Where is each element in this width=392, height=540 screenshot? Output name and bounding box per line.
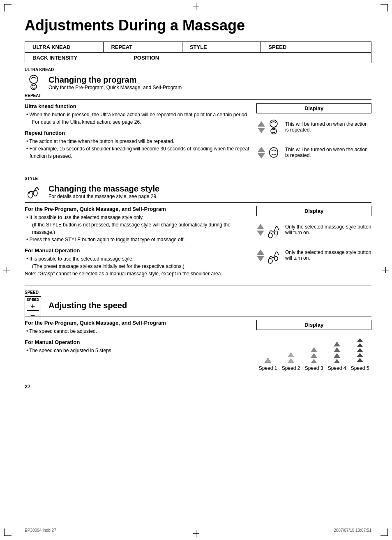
crosshair-bottom [193,530,199,537]
svg-point-8 [274,231,278,235]
svg-point-9 [268,258,272,263]
crosshair-top [193,3,199,10]
speed-plus-icon: + [31,302,35,310]
style-manual: For Manual Operation It is possible to u… [25,247,252,277]
section-label-speed: SPEED [25,290,371,295]
style-icon [25,182,43,201]
section-header-speed: SPEED + − Adjusting the speed [25,296,371,314]
footer-right: 2007/07/19 13:07:51 [334,528,371,533]
speed-label-1: Speed 1 [259,365,277,371]
uk-bullet-1: When the button is pressed, the Ultra kn… [25,111,252,118]
speed-arrows-4 [331,340,343,363]
section-title-program: Changing the program [48,75,182,85]
nav-tab-back-intensity[interactable]: BACK INTENSITY [25,53,126,63]
divider-style [25,202,371,203]
style-content: For the Pre-Program, Quick Massage, and … [25,206,371,282]
nav-tab-style[interactable]: STYLE [182,42,261,52]
page: Adjustments During a Massage ULTRA KNEAD… [0,0,392,540]
speed-pre-program: For the Pre-Program, Quick Massage, and … [25,320,252,335]
triangle-down-uk [258,128,265,133]
style-manual-b1: It is possible to use the selected massa… [25,255,252,263]
speed-label-4: Speed 4 [328,365,346,371]
program-content: Ultra knead function When the button is … [25,103,371,168]
speed-manual-title: For Manual Operation [25,339,252,345]
ultra-knead-func: Ultra knead function When the button is … [25,103,252,126]
section-title-style: Changing the massage style [48,184,159,194]
speed-icon-label: SPEED [27,298,39,302]
divider-speed [25,316,371,316]
rep-bullet-2: For example, 15 seconds of shoulder knea… [25,145,252,160]
style-manual-i1: (The preset massage styles are initially… [25,263,252,270]
svg-marker-22 [357,338,363,342]
speed-label-2: Speed 2 [282,365,300,371]
nav-tab-position[interactable]: POSITION [126,53,227,63]
svg-marker-25 [357,353,363,357]
style-manual-title: For Manual Operation [25,247,252,254]
speed-arrows-3 [308,342,320,363]
nav-tab-repeat[interactable]: REPEAT [104,42,182,52]
speed-manual-b1: The speed can be adjusted in 5 steps. [25,347,252,354]
svg-marker-19 [334,347,340,352]
speed-minus-icon: − [31,312,35,319]
svg-marker-11 [265,358,271,363]
svg-marker-14 [288,358,294,363]
svg-point-5 [28,192,33,198]
section-label-ultra-knead: ULTRA KNEAD [25,67,371,72]
display-label-program: Display [256,103,371,113]
section-header-style: Changing the massage style For details a… [25,182,371,201]
style-manual-note: Note: "Grasp" cannot be selected as a ma… [25,270,252,277]
triangle-up-rep [258,147,265,152]
nav-tab-empty [227,53,371,63]
program-left-col: Ultra knead function When the button is … [25,103,252,168]
style-pre-b1: It is possible to use the selected massa… [25,214,252,221]
svg-point-1 [31,84,37,90]
svg-point-7 [268,233,272,238]
section-speed: SPEED SPEED + − Adjusting the speed For … [25,286,371,379]
speed-col-5: Speed 5 [351,337,369,371]
speed-manual: For Manual Operation The speed can be ad… [25,339,252,354]
speed-icon: SPEED + − [25,296,43,314]
tri-up-style-man [257,249,264,255]
section-header-program: Changing the program Only for the Pre-Pr… [25,74,371,92]
style-manual-icon [266,246,281,264]
footer-left: EP30004.indb 27 [25,528,56,533]
svg-marker-18 [334,342,340,346]
speed-col-3: Speed 3 [305,342,323,371]
repeat-icon-display [267,144,280,161]
display-icon-ultra-knead [256,117,281,137]
section-changing-program: ULTRA KNEAD Changing the program Only fo… [25,63,371,172]
section-label-repeat: REPEAT [25,93,371,98]
speed-label-5: Speed 5 [351,365,369,371]
nav-tabs-row2: BACK INTENSITY POSITION [25,53,371,63]
speed-col-1: Speed 1 [259,342,277,371]
speed-arrows-2 [285,342,297,363]
style-right-col: Display [256,206,371,282]
section-label-style: STYLE [25,176,371,181]
section-header-text-program: Changing the program Only for the Pre-Pr… [48,75,182,90]
repeat-func-title: Repeat function [25,130,252,136]
corner-mark-tl [4,4,12,12]
section-subtitle-program: Only for the Pre-Program, Quick Massage,… [48,85,182,90]
crosshair-left [3,267,10,273]
display-icon-style-pre [256,219,281,240]
speed-pre-b1: The speed cannot be adjusted. [25,328,252,335]
display-label-speed: Display [256,320,371,330]
svg-marker-17 [311,359,317,363]
corner-mark-br [380,528,388,536]
display-item-style-manual: Only the selected massage style button w… [256,245,371,265]
nav-tab-ultra-knead[interactable]: ULTRA KNEAD [25,42,104,52]
svg-marker-26 [357,358,363,362]
ultra-knead-icon [25,74,43,92]
speed-col-2: Speed 2 [282,342,300,371]
speed-col-4: Speed 4 [328,340,346,371]
svg-marker-16 [311,353,317,358]
display-text-style-manual: Only the selected massage style button w… [285,249,371,261]
speed-left-col: For the Pre-Program, Quick Massage, and … [25,320,252,375]
display-label-style: Display [256,206,371,216]
section-subtitle-style: For details about the massage style, see… [48,194,159,199]
section-changing-style: STYLE Changing the massage style For det… [25,172,371,286]
page-title: Adjustments During a Massage [25,16,371,34]
nav-tab-speed[interactable]: SPEED [261,42,371,52]
tri-down-style-pre [257,231,264,236]
svg-marker-15 [311,347,317,352]
